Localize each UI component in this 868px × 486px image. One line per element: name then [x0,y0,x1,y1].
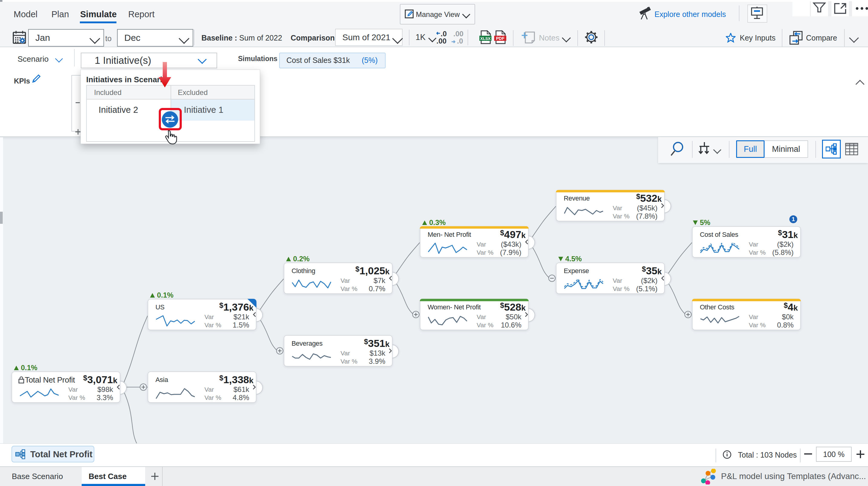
svg-text:XLSX: XLSX [480,36,491,41]
svg-text:.0: .0 [457,37,463,45]
svg-text:.00: .00 [436,37,446,45]
svg-text:PDF: PDF [496,36,504,41]
